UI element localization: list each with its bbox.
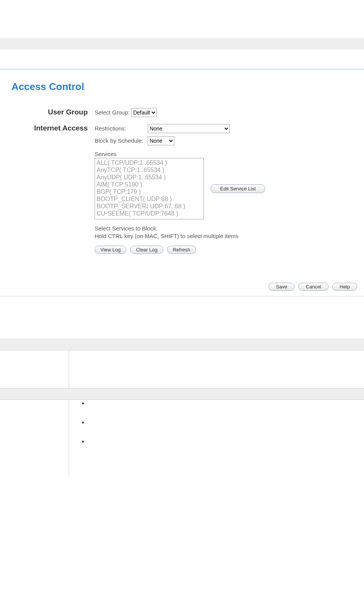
services-hint: Select Services to Block. Hold CTRL key …	[95, 225, 353, 240]
lower-ghost-table	[0, 338, 364, 476]
restrictions-label: Restrictions:	[95, 125, 146, 132]
internet-access-row: Internet Access Restrictions: None Block…	[11, 124, 353, 254]
page-title: Access Control	[11, 81, 353, 93]
user-group-label: User Group	[11, 108, 95, 116]
service-item[interactable]: BOOTP_SERVER( UDP:67..68 )	[96, 203, 203, 210]
clear-log-button[interactable]: Clear Log	[130, 246, 163, 254]
bullet-item	[88, 400, 364, 419]
service-item[interactable]: CU-SEEME( TCP/UDP:7648 )	[96, 210, 203, 217]
edit-service-list-button[interactable]: Edit Service List	[211, 184, 265, 193]
top-grey-bar	[0, 38, 364, 50]
refresh-button[interactable]: Refresh	[167, 246, 196, 254]
user-group-row: User Group Select Group: Default	[11, 108, 353, 117]
service-item[interactable]: AnyTCP( TCP:1..65534 )	[96, 166, 203, 174]
select-group-label: Select Group:	[95, 109, 130, 116]
cancel-button[interactable]: Cancel	[298, 283, 328, 291]
internet-access-label: Internet Access	[11, 124, 95, 132]
restrictions-dropdown[interactable]: None	[148, 124, 230, 133]
bullet-list	[88, 400, 364, 457]
services-listbox[interactable]: ALL( TCP/UDP:1..65534 ) AnyTCP( TCP:1..6…	[95, 158, 204, 219]
service-item[interactable]: BGP( TCP:179 )	[96, 188, 203, 195]
bullet-item	[88, 438, 364, 457]
service-item[interactable]: BOOTP_CLIENT( UDP:68 )	[96, 195, 203, 203]
service-item[interactable]: ALL( TCP/UDP:1..65534 )	[96, 159, 203, 166]
select-group-dropdown[interactable]: Default	[131, 108, 157, 117]
view-log-button[interactable]: View Log	[95, 246, 126, 254]
service-item[interactable]: AIM( TCP:5190 )	[96, 181, 203, 188]
schedule-dropdown[interactable]: None	[148, 136, 174, 145]
services-label: Services	[95, 151, 353, 157]
help-button[interactable]: Help	[332, 283, 357, 291]
save-button[interactable]: Save	[269, 283, 295, 291]
bullet-item	[88, 419, 364, 438]
footer-buttons: Save Cancel Help	[266, 283, 357, 291]
access-control-panel: Access Control User Group Select Group: …	[0, 69, 364, 295]
service-item[interactable]: AnyUDP( UDP:1..65534 )	[96, 174, 203, 181]
schedule-label: Block by Schedule:	[95, 137, 146, 144]
